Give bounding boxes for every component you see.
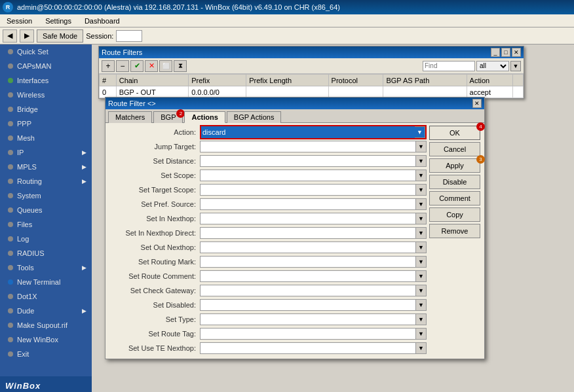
disable-button[interactable]: ✕: [145, 60, 158, 72]
filter-button[interactable]: ⧗: [174, 60, 187, 72]
sidebar-item-ip[interactable]: IP ▶: [0, 145, 92, 160]
dialog-window-controls: ✕: [472, 99, 482, 108]
remove-button[interactable]: −: [116, 60, 129, 72]
set-route-comment-dd-btn[interactable]: ▼: [416, 270, 427, 282]
jump-target-input[interactable]: [200, 141, 416, 152]
copy-table-button[interactable]: ⬜: [159, 60, 172, 72]
sidebar-item-dot1x[interactable]: Dot1X: [0, 289, 92, 304]
sidebar-item-log[interactable]: Log: [0, 232, 92, 246]
sidebar-item-dude[interactable]: Dude ▶: [0, 304, 92, 318]
set-in-nexthop-direct-dd-btn[interactable]: ▼: [416, 227, 427, 239]
set-scope-input[interactable]: [200, 169, 416, 181]
set-scope-dd-btn[interactable]: ▼: [416, 169, 427, 181]
sidebar-item-radius[interactable]: RADIUS: [0, 246, 92, 260]
set-route-tag-label: Set Route Tag:: [108, 330, 200, 338]
sidebar-item-ppp[interactable]: PPP: [0, 116, 92, 131]
sidebar-item-tools[interactable]: Tools ▶: [0, 260, 92, 275]
set-disabled-dd-btn[interactable]: ▼: [416, 299, 427, 311]
new-winbox-icon: [8, 337, 13, 342]
set-pref-source-dd-btn[interactable]: ▼: [416, 198, 427, 210]
remove-dialog-button[interactable]: Remove: [429, 224, 480, 238]
enable-button[interactable]: ✔: [130, 60, 144, 72]
add-button[interactable]: +: [102, 60, 115, 72]
menu-settings[interactable]: Settings: [41, 16, 75, 26]
set-use-te-nexthop-input[interactable]: [200, 342, 416, 354]
sidebar-item-make-supout[interactable]: Make Supout.rif: [0, 318, 92, 332]
sidebar-item-system[interactable]: System: [0, 188, 92, 203]
disable-button[interactable]: Disable: [429, 175, 480, 189]
set-distance-dd-btn[interactable]: ▼: [416, 155, 427, 167]
cancel-button[interactable]: Cancel: [429, 142, 480, 156]
menu-dashboard[interactable]: Dashboard: [81, 16, 124, 26]
maximize-button[interactable]: □: [501, 48, 510, 57]
sidebar-item-bridge[interactable]: Bridge: [0, 102, 92, 116]
copy-button[interactable]: Copy: [429, 207, 480, 222]
cell-bgp-as-path: [383, 86, 467, 98]
set-in-nexthop-label: Set In Nexthop:: [108, 215, 200, 223]
set-pref-source-input[interactable]: [200, 198, 416, 210]
set-route-comment-input[interactable]: [200, 270, 416, 282]
set-out-nexthop-dd-btn[interactable]: ▼: [416, 241, 427, 253]
sidebar-item-interfaces[interactable]: Interfaces: [0, 73, 92, 88]
set-routing-mark-input[interactable]: [200, 256, 416, 268]
dialog-close-button[interactable]: ✕: [472, 99, 482, 108]
set-check-gateway-input[interactable]: [200, 285, 416, 296]
tab-actions[interactable]: Actions: [184, 111, 225, 123]
action-dropdown-btn[interactable]: ▼: [415, 126, 425, 138]
set-type-dd-btn[interactable]: ▼: [416, 313, 427, 325]
sidebar-item-quick-set[interactable]: Quick Set: [0, 45, 92, 59]
set-distance-input[interactable]: [200, 155, 416, 167]
session-input[interactable]: [116, 30, 142, 42]
sidebar-item-exit[interactable]: Exit: [0, 347, 92, 361]
apply-button[interactable]: Apply: [429, 158, 480, 173]
ok-button[interactable]: OK: [429, 126, 480, 140]
close-button[interactable]: ✕: [512, 48, 521, 57]
set-use-te-nexthop-dd-btn[interactable]: ▼: [416, 342, 427, 354]
back-button[interactable]: ◀: [3, 29, 17, 43]
set-type-input[interactable]: [200, 313, 416, 325]
content-area: Route Filters _ □ ✕ + − ✔ ✕ ⬜ ⧗ all: [92, 45, 574, 392]
jump-target-dd-btn[interactable]: ▼: [416, 141, 427, 152]
set-in-nexthop-input[interactable]: [200, 213, 416, 224]
tab-bgp[interactable]: BGP 2: [153, 111, 183, 123]
set-out-nexthop-input[interactable]: [200, 241, 416, 253]
search-dropdown[interactable]: all: [476, 61, 509, 71]
set-routing-mark-dd-btn[interactable]: ▼: [416, 256, 427, 268]
sidebar-item-new-winbox[interactable]: New WinBox: [0, 332, 92, 347]
col-header-protocol: Protocol: [328, 75, 383, 86]
set-target-scope-dd-btn[interactable]: ▼: [416, 184, 427, 196]
set-check-gateway-dd-btn[interactable]: ▼: [416, 285, 427, 296]
set-target-scope-input[interactable]: [200, 184, 416, 196]
search-dropdown-btn[interactable]: ▼: [510, 61, 521, 71]
set-route-tag-input[interactable]: [200, 328, 416, 340]
forward-button[interactable]: ▶: [20, 29, 34, 43]
tab-matchers[interactable]: Matchers: [108, 111, 152, 123]
dude-arrow-icon: ▶: [82, 308, 86, 314]
sidebar-item-routing[interactable]: Routing ▶: [0, 174, 92, 188]
action-input[interactable]: [201, 126, 415, 138]
minimize-button[interactable]: _: [491, 48, 500, 57]
form-row-set-route-comment: Set Route Comment: ▼: [108, 270, 427, 283]
sidebar-item-wireless[interactable]: Wireless: [0, 88, 92, 102]
sidebar-item-mpls[interactable]: MPLS ▶: [0, 160, 92, 174]
sidebar-item-new-terminal[interactable]: New Terminal: [0, 275, 92, 289]
sidebar-item-mesh[interactable]: Mesh: [0, 131, 92, 145]
sidebar: Quick Set CAPsMAN Interfaces Wireless Br…: [0, 45, 92, 392]
menu-session[interactable]: Session: [3, 16, 36, 26]
search-input[interactable]: [423, 61, 475, 71]
safe-mode-button[interactable]: Safe Mode: [37, 29, 83, 43]
set-route-tag-dd-btn[interactable]: ▼: [416, 328, 427, 340]
sidebar-label-capsman: CAPsMAN: [17, 62, 52, 70]
set-in-nexthop-direct-input[interactable]: [200, 227, 416, 239]
sidebar-item-capsman[interactable]: CAPsMAN: [0, 59, 92, 73]
tab-bgp-actions[interactable]: BGP Actions: [227, 111, 282, 123]
sidebar-item-files[interactable]: Files: [0, 217, 92, 232]
table-row[interactable]: 0 BGP - OUT 0.0.0.0/0 accept: [100, 86, 524, 98]
comment-button[interactable]: Comment: [429, 191, 480, 205]
sidebar-item-queues[interactable]: Queues: [0, 203, 92, 217]
set-in-nexthop-dd-btn[interactable]: ▼: [416, 213, 427, 224]
route-filter-dialog: Route Filter <> ✕ Matchers BGP 2 Actions…: [105, 97, 485, 359]
set-disabled-input[interactable]: [200, 299, 416, 311]
menu-bar: Session Settings Dashboard: [0, 14, 574, 27]
ok-badge: 4: [476, 122, 485, 131]
